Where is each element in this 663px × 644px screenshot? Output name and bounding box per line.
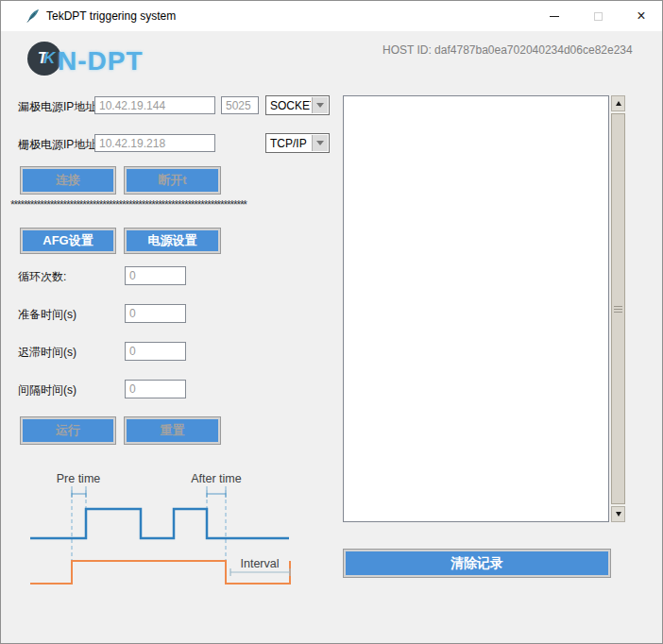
afg-settings-button[interactable]: AFG设置 xyxy=(20,228,116,254)
drain-protocol-value: SOCKET xyxy=(266,96,311,114)
connect-button[interactable]: 连接 xyxy=(20,166,116,195)
pre-time-label: Pre time xyxy=(57,472,101,485)
thumb-grip-icon xyxy=(614,309,622,310)
gate-protocol-combobox[interactable]: TCP/IP xyxy=(265,133,330,153)
minimize-icon xyxy=(550,16,559,17)
thumb-grip-icon xyxy=(614,306,622,307)
log-listbox[interactable] xyxy=(343,95,609,522)
after-time-label: After time xyxy=(191,472,242,485)
power-settings-button[interactable]: 电源设置 xyxy=(124,228,221,254)
close-icon: × xyxy=(637,8,645,24)
gate-ip-input[interactable] xyxy=(94,134,215,152)
arrow-down-icon xyxy=(616,512,621,517)
interval-time-label: 间隔时间(s) xyxy=(18,382,76,398)
drain-protocol-combobox[interactable]: SOCKET xyxy=(265,95,330,115)
prepare-time-input[interactable] xyxy=(125,304,186,323)
chevron-down-icon xyxy=(316,103,324,108)
delay-time-label: 迟滞时间(s) xyxy=(18,345,76,361)
disconnect-button[interactable]: 断开t xyxy=(124,166,221,195)
close-button[interactable]: × xyxy=(620,1,663,31)
pulse-waveform xyxy=(30,509,289,538)
logo-letter-k: K xyxy=(43,49,51,68)
after-time-bracket xyxy=(207,490,226,498)
log-scrollbar[interactable] xyxy=(611,95,625,522)
scroll-down-button[interactable] xyxy=(611,506,625,522)
cycle-count-label: 循环次数: xyxy=(18,269,66,285)
cycle-count-input[interactable] xyxy=(125,266,186,285)
run-button[interactable]: 运行 xyxy=(20,416,116,445)
scrollbar-thumb[interactable] xyxy=(611,113,625,504)
maximize-icon xyxy=(594,12,603,21)
timing-diagram: Pre time After time Interval xyxy=(12,466,329,598)
gate-protocol-dropdown-button[interactable] xyxy=(312,135,328,151)
arrow-up-icon xyxy=(616,101,621,106)
tk-feather-icon xyxy=(26,8,41,24)
thumb-grip-icon xyxy=(614,312,622,313)
drain-protocol-dropdown-button[interactable] xyxy=(312,97,328,113)
reset-button[interactable]: 重置 xyxy=(124,416,221,445)
minimize-button[interactable] xyxy=(533,1,576,31)
interval-label: Interval xyxy=(241,557,280,570)
pre-time-bracket xyxy=(72,490,86,498)
asterisk-separator: ****************************************… xyxy=(10,198,311,212)
gate-protocol-value: TCP/IP xyxy=(266,134,311,152)
host-id-label: HOST ID: daf4787ba0ea702040234d06ce82e23… xyxy=(382,43,633,57)
delay-time-input[interactable] xyxy=(125,342,186,361)
maximize-button[interactable] xyxy=(576,1,620,31)
app-window: TekDPT triggering system × T K N-DPT HOS… xyxy=(0,0,663,644)
prepare-time-label: 准备时间(s) xyxy=(18,307,76,323)
title-bar: TekDPT triggering system × xyxy=(1,1,662,31)
logo-wordmark: N-DPT xyxy=(58,46,144,76)
interval-time-input[interactable] xyxy=(125,380,186,398)
logo-badge: T K xyxy=(27,42,61,76)
drain-ip-input[interactable] xyxy=(94,96,215,114)
clear-log-button[interactable]: 清除记录 xyxy=(343,549,611,578)
drain-port-input[interactable] xyxy=(221,96,259,114)
chevron-down-icon xyxy=(316,141,324,145)
window-title: TekDPT triggering system xyxy=(46,1,176,31)
scroll-up-button[interactable] xyxy=(611,95,625,111)
